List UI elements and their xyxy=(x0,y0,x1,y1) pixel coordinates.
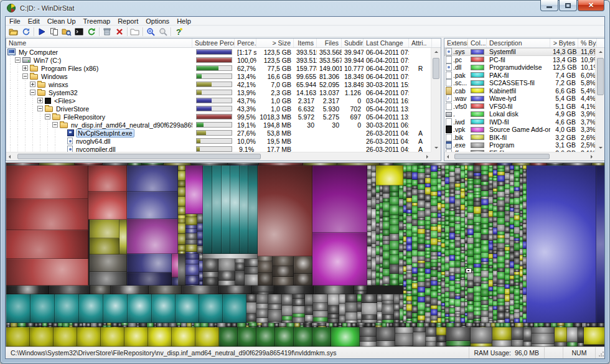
toolbar-button-zoom-out[interactable] xyxy=(157,26,169,37)
close-button[interactable]: ✕ xyxy=(578,0,604,11)
filetype-page-icon xyxy=(446,134,452,141)
extension-row[interactable]: .sysSystemfil14,3 GB11,6% xyxy=(444,48,595,56)
extension-row[interactable]: .vpkSource Game Add-on4,0 GB3,3% xyxy=(444,126,595,134)
menu-item-treemap[interactable]: Treemap xyxy=(80,17,115,26)
extension-row[interactable]: .exeProgram3,1 GB2,5% xyxy=(444,141,595,149)
treemap-cell xyxy=(425,296,431,304)
extension-row[interactable]: .pcPC-fil13,4 GB10,9% xyxy=(444,56,595,64)
menu-item-file[interactable]: File xyxy=(6,17,24,26)
treemap-cell xyxy=(497,186,505,192)
tree-row[interactable]: Win7 (C:)100,0%123,5 GB393.511353.56739.… xyxy=(6,56,431,64)
ext-header-1[interactable]: Col... xyxy=(468,39,487,47)
treemap-cell xyxy=(455,307,461,312)
tree-row[interactable]: Program Files (x86)62,7%77,5 GB159.77814… xyxy=(6,64,431,72)
tree-row[interactable]: Windows13,4%16,6 GB99.65581.30618.34906-… xyxy=(6,72,431,80)
treemap-cell xyxy=(185,166,203,214)
collapse-icon[interactable] xyxy=(52,122,58,128)
collapse-icon[interactable] xyxy=(15,57,21,63)
tree-row[interactable]: NvCplSetupInt.exe27,6%53,8 MB26-03-2011 … xyxy=(6,129,431,137)
toolbar-button-open-folder[interactable] xyxy=(7,26,20,37)
tree-header-5[interactable]: Files xyxy=(317,39,342,47)
treemap-cell xyxy=(418,297,425,302)
expand-icon[interactable] xyxy=(30,82,35,87)
extension-row[interactable]: .wavWave-lyd5,4 GB4,4% xyxy=(444,95,595,103)
tree-row[interactable]: <Files>43,7%1,0 GB2.3172.317003-04-2011 … xyxy=(6,96,431,105)
treemap-cell xyxy=(178,207,185,215)
treemap-cell xyxy=(489,306,493,312)
toolbar-button-explorer[interactable] xyxy=(60,26,73,37)
expand-icon[interactable] xyxy=(37,98,43,103)
collapse-icon[interactable] xyxy=(37,106,43,111)
extension-horizontal-scrollbar[interactable] xyxy=(444,152,595,161)
last-change-cell: 06-04-2011 07:54:40 xyxy=(364,65,409,72)
menu-item-edit[interactable]: Edit xyxy=(24,17,44,26)
menu-item-report[interactable]: Report xyxy=(114,17,142,26)
toolbar-button-copy[interactable] xyxy=(48,26,60,37)
ext-header-3[interactable]: > Bytes xyxy=(550,39,578,47)
menu-item-options[interactable]: Options xyxy=(142,17,173,26)
extension-vertical-scrollbar[interactable] xyxy=(595,48,605,152)
ext-header-4[interactable]: % By.. xyxy=(578,39,597,47)
tree-header-1[interactable]: Subtree Percent... xyxy=(192,39,235,47)
extension-row[interactable]: .sc...SC2ASSETS-fil7,2 GB5,8% xyxy=(444,79,595,87)
resize-grip[interactable] xyxy=(596,347,605,358)
tree-horizontal-scrollbar[interactable] xyxy=(6,152,431,161)
tree-header-3[interactable]: > Size xyxy=(256,39,294,47)
tree-name-cell: winsxs xyxy=(6,80,192,88)
collapse-icon[interactable] xyxy=(30,90,35,95)
collapse-icon[interactable] xyxy=(22,73,28,79)
toolbar-button-rescan[interactable] xyxy=(20,26,32,37)
toolbar-button-empty-folder[interactable] xyxy=(129,26,141,37)
extension-row[interactable]: .vfs0VFS0-fil5,1 GB4,1% xyxy=(444,103,595,111)
toolbar-button-help[interactable]: ? xyxy=(172,26,185,37)
ext-header-2[interactable]: Description xyxy=(487,39,550,47)
tree-row[interactable]: nvoglv64.dll10,0%19,5 MB26-03-2011 04:37… xyxy=(6,137,431,145)
tree-header-8[interactable]: Attri.. xyxy=(409,39,432,47)
tree-header-6[interactable]: Subdirs xyxy=(342,39,364,47)
ext-header-0[interactable]: Extensi... xyxy=(444,39,468,47)
extension-row[interactable]: .cabKabinetfil6,6 GB5,4% xyxy=(444,87,595,95)
toolbar-button-console[interactable] xyxy=(73,26,85,37)
tree-header-0[interactable]: Name xyxy=(6,39,192,47)
tree-row[interactable]: nvcompiler.dll9,1%17,7 MB26-03-2011 04:3… xyxy=(6,145,431,152)
treemap-cell xyxy=(218,259,235,271)
collapse-icon[interactable] xyxy=(45,114,50,119)
extension-row[interactable]: .bikBIK-fil3,2 GB2,6% xyxy=(444,134,595,142)
extension-row[interactable]: .Lokal disk4,9 GB3,9% xyxy=(444,110,595,118)
toolbar-button-play[interactable] xyxy=(35,26,48,37)
tree-row[interactable]: System3213,9%2,3 GB14.16313.0371.12606-0… xyxy=(6,88,431,96)
items-cell: 14.163 xyxy=(294,89,317,96)
expand-icon[interactable] xyxy=(22,65,28,71)
tree-vertical-scrollbar[interactable] xyxy=(431,48,441,152)
toolbar-button-recycle-bin[interactable] xyxy=(101,26,113,37)
tree-row[interactable]: My Computer[1:17 s]123,5 GB393.515353.56… xyxy=(6,48,431,56)
toolbar-button-delete[interactable] xyxy=(113,26,126,37)
tree-header-7[interactable]: Last Change xyxy=(364,39,409,47)
extension-row[interactable]: .iwdIWD-fil4,6 GB3,7% xyxy=(444,118,595,126)
maximize-button[interactable] xyxy=(559,0,577,11)
extension-row[interactable]: .pakPAK-fil7,4 GB6,0% xyxy=(444,72,595,80)
tree-header-4[interactable]: Items xyxy=(294,39,317,47)
treemap-cell xyxy=(383,236,390,241)
toolbar-button-zoom-in[interactable] xyxy=(144,26,157,37)
tree-header-2[interactable]: Perce... xyxy=(235,39,256,47)
treemap-cell xyxy=(505,259,510,264)
tree-row[interactable]: nv_disp.inf_amd64_neutral_d90f6299a86541… xyxy=(6,121,431,129)
title-bar[interactable]: C:|D: - WinDirStat ✕ xyxy=(0,0,610,16)
extension-row[interactable]: .dllProgramudvidelse12,5 GB10,1% xyxy=(444,63,595,72)
treemap-view[interactable] xyxy=(6,162,605,347)
tree-guide xyxy=(15,72,22,80)
tree-row[interactable]: FileRepository99,5%1018,3 MB5.9725.27569… xyxy=(6,113,431,121)
minimize-button[interactable] xyxy=(540,0,558,11)
treemap-cell xyxy=(178,181,185,187)
treemap-cell xyxy=(178,197,185,207)
treemap-cell xyxy=(294,323,300,327)
tree-row[interactable]: winsxs42,1%7,0 GB65.94452.09513.84930-03… xyxy=(6,80,431,88)
tree-row[interactable]: DriverStore43,3%1,0 GB6.6325.93070205-04… xyxy=(6,105,431,113)
toolbar-button-refresh[interactable] xyxy=(85,26,98,37)
menu-item-clean-up[interactable]: Clean Up xyxy=(44,17,80,26)
treemap-cell xyxy=(393,323,400,327)
treemap-cell xyxy=(418,184,425,190)
folder-icon xyxy=(45,106,53,112)
menu-item-help[interactable]: Help xyxy=(173,17,195,26)
